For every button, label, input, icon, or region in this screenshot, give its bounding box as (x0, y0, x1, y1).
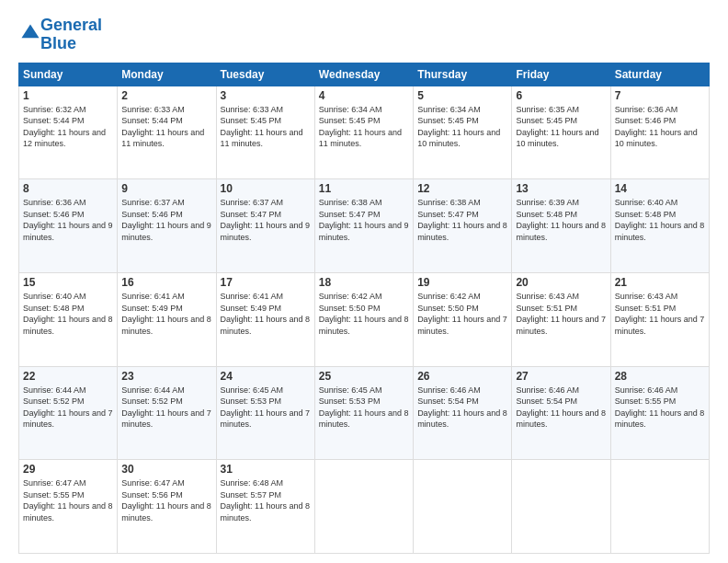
sunset-label: Sunset: 5:57 PM (221, 490, 282, 500)
day-number: 16 (121, 276, 211, 289)
day-info: Sunrise: 6:45 AM Sunset: 5:53 PM Dayligh… (221, 385, 311, 431)
sunrise-label: Sunrise: 6:40 AM (615, 198, 678, 207)
calendar-cell: 18 Sunrise: 6:42 AM Sunset: 5:50 PM Dayl… (314, 272, 413, 366)
day-info: Sunrise: 6:41 AM Sunset: 5:49 PM Dayligh… (121, 291, 211, 337)
day-info: Sunrise: 6:45 AM Sunset: 5:53 PM Dayligh… (319, 385, 409, 431)
sunset-label: Sunset: 5:50 PM (319, 304, 381, 313)
sunrise-label: Sunrise: 6:41 AM (121, 292, 185, 301)
day-number: 26 (417, 370, 507, 383)
sunrise-label: Sunrise: 6:35 AM (516, 105, 579, 114)
day-info: Sunrise: 6:40 AM Sunset: 5:48 PM Dayligh… (615, 197, 705, 243)
day-number: 30 (121, 463, 211, 476)
day-info: Sunrise: 6:33 AM Sunset: 5:45 PM Dayligh… (221, 104, 311, 150)
sunset-label: Sunset: 5:49 PM (221, 304, 282, 313)
day-number: 29 (23, 463, 113, 476)
daylight-label: Daylight: 11 hours and 9 minutes. (23, 221, 113, 242)
sunset-label: Sunset: 5:56 PM (121, 490, 183, 500)
svg-marker-0 (21, 24, 39, 38)
day-number: 2 (121, 89, 211, 102)
daylight-label: Daylight: 11 hours and 8 minutes. (23, 315, 113, 336)
calendar-cell: 16 Sunrise: 6:41 AM Sunset: 5:49 PM Dayl… (118, 272, 216, 366)
day-info: Sunrise: 6:43 AM Sunset: 5:51 PM Dayligh… (615, 291, 705, 337)
daylight-label: Daylight: 11 hours and 8 minutes. (516, 408, 606, 430)
sunrise-label: Sunrise: 6:44 AM (121, 385, 185, 395)
day-number: 24 (221, 370, 311, 383)
sunrise-label: Sunrise: 6:46 AM (417, 385, 481, 395)
weekday-header-cell: Monday (118, 63, 216, 86)
calendar-cell: 20 Sunrise: 6:43 AM Sunset: 5:51 PM Dayl… (512, 272, 610, 366)
daylight-label: Daylight: 11 hours and 7 minutes. (615, 315, 705, 336)
calendar-cell: 14 Sunrise: 6:40 AM Sunset: 5:48 PM Dayl… (610, 179, 709, 273)
day-info: Sunrise: 6:46 AM Sunset: 5:54 PM Dayligh… (516, 385, 606, 431)
sunset-label: Sunset: 5:46 PM (23, 210, 85, 219)
daylight-label: Daylight: 11 hours and 11 minutes. (121, 128, 204, 149)
sunrise-label: Sunrise: 6:44 AM (23, 385, 86, 395)
day-info: Sunrise: 6:43 AM Sunset: 5:51 PM Dayligh… (516, 291, 606, 337)
day-number: 22 (23, 370, 113, 383)
sunset-label: Sunset: 5:46 PM (615, 116, 677, 125)
daylight-label: Daylight: 11 hours and 8 minutes. (319, 315, 409, 336)
calendar-cell (314, 460, 413, 554)
day-number: 17 (221, 276, 311, 289)
calendar-week-row: 8 Sunrise: 6:36 AM Sunset: 5:46 PM Dayli… (19, 179, 710, 273)
weekday-header-cell: Tuesday (216, 63, 314, 86)
sunrise-label: Sunrise: 6:37 AM (221, 198, 284, 207)
sunset-label: Sunset: 5:47 PM (417, 210, 479, 219)
day-number: 9 (121, 182, 211, 195)
day-info: Sunrise: 6:47 AM Sunset: 5:55 PM Dayligh… (23, 477, 113, 523)
daylight-label: Daylight: 11 hours and 8 minutes. (615, 408, 705, 430)
calendar-cell: 22 Sunrise: 6:44 AM Sunset: 5:52 PM Dayl… (19, 366, 118, 460)
sunrise-label: Sunrise: 6:46 AM (615, 385, 678, 395)
sunset-label: Sunset: 5:52 PM (121, 396, 183, 406)
calendar-body: 1 Sunrise: 6:32 AM Sunset: 5:44 PM Dayli… (19, 86, 710, 553)
sunrise-label: Sunrise: 6:42 AM (319, 292, 382, 301)
day-info: Sunrise: 6:36 AM Sunset: 5:46 PM Dayligh… (23, 197, 113, 243)
calendar-cell: 31 Sunrise: 6:48 AM Sunset: 5:57 PM Dayl… (216, 460, 314, 554)
day-number: 3 (221, 89, 311, 102)
sunset-label: Sunset: 5:48 PM (23, 304, 85, 313)
header: General Blue (18, 17, 710, 53)
sunset-label: Sunset: 5:47 PM (319, 210, 381, 219)
sunset-label: Sunset: 5:52 PM (23, 396, 85, 406)
calendar-cell: 1 Sunrise: 6:32 AM Sunset: 5:44 PM Dayli… (19, 86, 118, 179)
day-number: 4 (319, 89, 409, 102)
sunset-label: Sunset: 5:46 PM (121, 210, 183, 219)
sunrise-label: Sunrise: 6:38 AM (417, 198, 481, 207)
sunset-label: Sunset: 5:47 PM (221, 210, 282, 219)
weekday-header-cell: Sunday (19, 63, 118, 86)
daylight-label: Daylight: 11 hours and 8 minutes. (319, 408, 409, 430)
sunset-label: Sunset: 5:48 PM (615, 210, 677, 219)
calendar-cell: 4 Sunrise: 6:34 AM Sunset: 5:45 PM Dayli… (314, 86, 413, 179)
sunrise-label: Sunrise: 6:47 AM (23, 478, 86, 488)
sunset-label: Sunset: 5:54 PM (417, 396, 479, 406)
day-number: 19 (417, 276, 507, 289)
sunrise-label: Sunrise: 6:37 AM (121, 198, 185, 207)
weekday-header-cell: Friday (512, 63, 610, 86)
calendar-cell: 6 Sunrise: 6:35 AM Sunset: 5:45 PM Dayli… (512, 86, 610, 179)
sunset-label: Sunset: 5:53 PM (319, 396, 381, 406)
calendar-cell: 13 Sunrise: 6:39 AM Sunset: 5:48 PM Dayl… (512, 179, 610, 273)
page: General Blue SundayMondayTuesdayWednesda… (0, 0, 728, 563)
sunset-label: Sunset: 5:55 PM (23, 490, 85, 500)
weekday-header-cell: Wednesday (314, 63, 413, 86)
weekday-header-cell: Thursday (414, 63, 512, 86)
daylight-label: Daylight: 11 hours and 12 minutes. (23, 128, 106, 149)
day-number: 18 (319, 276, 409, 289)
daylight-label: Daylight: 11 hours and 11 minutes. (319, 128, 402, 149)
day-number: 27 (516, 370, 606, 383)
sunrise-label: Sunrise: 6:39 AM (516, 198, 579, 207)
day-number: 12 (417, 182, 507, 195)
calendar-cell: 7 Sunrise: 6:36 AM Sunset: 5:46 PM Dayli… (610, 86, 709, 179)
calendar-cell: 30 Sunrise: 6:47 AM Sunset: 5:56 PM Dayl… (118, 460, 216, 554)
day-info: Sunrise: 6:37 AM Sunset: 5:47 PM Dayligh… (221, 197, 311, 243)
sunset-label: Sunset: 5:44 PM (23, 116, 85, 125)
daylight-label: Daylight: 11 hours and 8 minutes. (121, 315, 211, 336)
calendar-cell (414, 460, 512, 554)
day-info: Sunrise: 6:34 AM Sunset: 5:45 PM Dayligh… (319, 104, 409, 150)
day-info: Sunrise: 6:42 AM Sunset: 5:50 PM Dayligh… (319, 291, 409, 337)
calendar-cell (512, 460, 610, 554)
day-number: 5 (417, 89, 507, 102)
day-number: 21 (615, 276, 705, 289)
sunrise-label: Sunrise: 6:34 AM (319, 105, 382, 114)
logo: General Blue (18, 17, 102, 53)
